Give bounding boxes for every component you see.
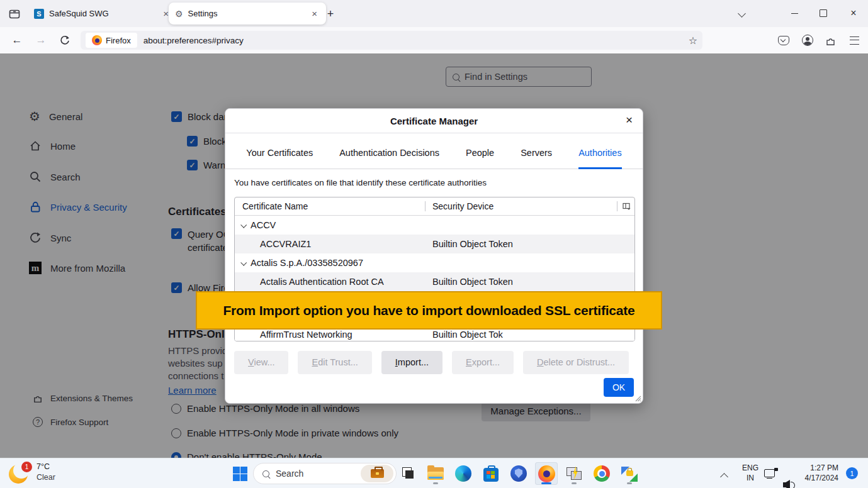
clock[interactable]: 1:27 PM 4/17/2024 bbox=[801, 463, 838, 483]
volume-button[interactable] bbox=[783, 480, 796, 488]
extensions-button[interactable] bbox=[822, 32, 838, 48]
chevron-down-icon bbox=[240, 221, 247, 228]
restore-icon bbox=[820, 9, 827, 17]
chrome-button[interactable] bbox=[590, 462, 613, 485]
firefox-view-icon bbox=[8, 8, 21, 20]
network-button[interactable] bbox=[764, 468, 778, 479]
putty-button[interactable] bbox=[563, 462, 585, 485]
annotation-banner: From Import option you have to import do… bbox=[196, 291, 662, 330]
security-app-button[interactable] bbox=[507, 462, 530, 485]
account-button[interactable] bbox=[799, 32, 816, 48]
bookmark-star-icon[interactable]: ☆ bbox=[689, 35, 697, 47]
active-indicator bbox=[541, 482, 551, 484]
cert-group-row[interactable]: Actalis S.p.A./03358520967 bbox=[235, 253, 634, 272]
tab-safesquid[interactable]: S SafeSquid SWG × bbox=[28, 3, 178, 24]
running-indicator bbox=[433, 482, 438, 484]
reload-button[interactable] bbox=[57, 32, 73, 48]
chevron-up-icon bbox=[720, 473, 728, 481]
ok-button[interactable]: OK bbox=[604, 378, 634, 397]
resize-grip[interactable] bbox=[634, 394, 641, 402]
tab-authentication-decisions[interactable]: Authentication Decisions bbox=[339, 148, 439, 169]
tab-close-icon[interactable]: × bbox=[309, 8, 320, 19]
menu-button[interactable] bbox=[846, 32, 862, 48]
reload-icon bbox=[60, 35, 70, 45]
browser-tab-bar: S SafeSquid SWG × ⚙ Settings × + × bbox=[0, 0, 868, 28]
close-icon: × bbox=[850, 8, 856, 18]
firefox-chip: Firefox bbox=[86, 33, 137, 48]
edge-button[interactable] bbox=[452, 462, 475, 485]
start-button[interactable] bbox=[233, 467, 247, 481]
minimize-icon bbox=[791, 13, 798, 14]
tab-title: SafeSquid SWG bbox=[49, 9, 155, 18]
url-text[interactable]: about:preferences#privacy bbox=[144, 36, 689, 45]
desktop: S SafeSquid SWG × ⚙ Settings × + × ← → F… bbox=[0, 0, 868, 488]
restore-button[interactable] bbox=[809, 0, 837, 26]
tray-expand-button[interactable] bbox=[721, 471, 727, 482]
dialog-close-icon[interactable]: × bbox=[626, 114, 633, 126]
certificate-manager-dialog: Certificate Manager × Your Certificates … bbox=[225, 108, 643, 404]
task-view-button[interactable] bbox=[397, 462, 419, 485]
view-button[interactable]: View... bbox=[234, 351, 288, 374]
winscp-button[interactable] bbox=[618, 462, 641, 485]
pocket-icon bbox=[778, 36, 789, 45]
tab-your-certificates[interactable]: Your Certificates bbox=[246, 148, 313, 169]
column-picker-button[interactable] bbox=[623, 202, 631, 213]
tab-list-button[interactable] bbox=[728, 0, 755, 26]
annotation-text: From Import option you have to import do… bbox=[223, 303, 634, 318]
cert-row[interactable]: ACCVRAIZ1 Builtin Object Token bbox=[235, 235, 634, 253]
putty-icon bbox=[566, 466, 582, 481]
export-button[interactable]: Export... bbox=[452, 351, 514, 374]
column-security-device[interactable]: Security Device bbox=[432, 201, 493, 211]
time-text: 1:27 PM bbox=[810, 463, 838, 472]
delete-or-distrust-button[interactable]: Delete or Distrust... bbox=[523, 351, 629, 374]
firefox-chip-label: Firefox bbox=[106, 36, 131, 45]
pocket-button[interactable] bbox=[775, 32, 792, 48]
browser-toolbar: ← → Firefox about:preferences#privacy ☆ bbox=[0, 27, 868, 54]
microsoft-store-button[interactable] bbox=[480, 462, 502, 485]
cert-group-row[interactable]: ACCV bbox=[235, 216, 634, 235]
firefox-view-button[interactable] bbox=[6, 5, 23, 23]
search-highlight-button[interactable] bbox=[361, 465, 393, 482]
dialog-title: Certificate Manager bbox=[390, 116, 478, 126]
network-icon bbox=[764, 469, 775, 477]
firefox-logo-icon bbox=[92, 35, 102, 45]
settings-gear-favicon: ⚙ bbox=[175, 9, 183, 18]
chevron-down-icon bbox=[240, 259, 247, 265]
new-tab-button[interactable]: + bbox=[322, 6, 339, 22]
import-button[interactable]: Import... bbox=[381, 351, 442, 374]
column-certificate-name[interactable]: Certificate Name bbox=[242, 201, 308, 211]
hamburger-menu-icon bbox=[850, 36, 859, 45]
tab-authorities[interactable]: Authorities bbox=[578, 148, 622, 169]
search-placeholder: Search bbox=[276, 469, 354, 479]
notification-badge[interactable]: 1 bbox=[846, 467, 858, 479]
certificate-list-header[interactable]: Certificate Name Security Device bbox=[235, 197, 634, 216]
weather-condition[interactable]: Clear bbox=[37, 473, 55, 482]
address-bar[interactable]: Firefox about:preferences#privacy ☆ bbox=[81, 31, 702, 50]
weather-temp[interactable]: 7°C bbox=[37, 462, 50, 471]
date-text: 4/17/2024 bbox=[805, 474, 838, 482]
tab-people[interactable]: People bbox=[466, 148, 494, 169]
folder-icon bbox=[427, 467, 444, 480]
close-button[interactable]: × bbox=[840, 0, 867, 26]
dialog-description: You have certificates on file that ident… bbox=[234, 178, 487, 187]
dialog-tab-strip: Your Certificates Authentication Decisio… bbox=[225, 133, 643, 169]
dialog-titlebar: Certificate Manager bbox=[225, 109, 643, 133]
language-indicator[interactable]: ENG IN bbox=[740, 463, 760, 483]
account-icon bbox=[802, 35, 813, 46]
column-picker-icon bbox=[623, 202, 631, 211]
dialog-button-row: View... Edit Trust... Import... Export..… bbox=[234, 351, 629, 374]
tab-servers[interactable]: Servers bbox=[521, 148, 552, 169]
tab-settings[interactable]: ⚙ Settings × bbox=[169, 3, 326, 25]
forward-button[interactable]: → bbox=[33, 32, 49, 48]
back-button[interactable]: ← bbox=[9, 32, 25, 48]
edit-trust-button[interactable]: Edit Trust... bbox=[298, 351, 371, 374]
minimize-button[interactable] bbox=[781, 0, 808, 26]
cert-row[interactable]: Actalis Authentication Root CA Builtin O… bbox=[235, 272, 634, 291]
firefox-button[interactable] bbox=[535, 462, 558, 485]
firefox-icon bbox=[538, 465, 555, 482]
taskbar-search-input[interactable]: Search bbox=[253, 463, 397, 484]
tab-title: Settings bbox=[188, 9, 305, 18]
file-explorer-button[interactable] bbox=[424, 462, 447, 485]
running-indicator bbox=[572, 482, 577, 484]
search-icon bbox=[262, 470, 269, 477]
